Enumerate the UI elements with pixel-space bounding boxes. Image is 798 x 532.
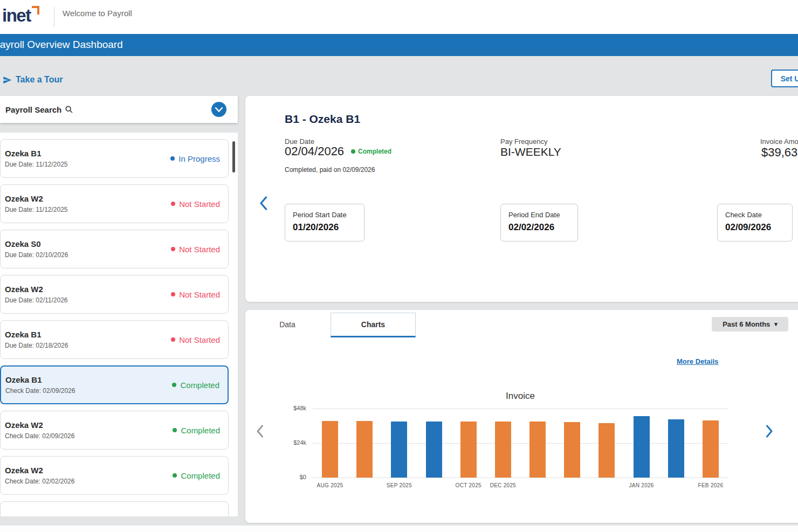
bar	[564, 422, 580, 478]
status-badge: In Progress	[170, 154, 220, 163]
payroll-date: Due Date: 02/10/2026	[5, 251, 68, 259]
y-axis-label: $24k	[272, 439, 306, 446]
pay-frequency-value: BI-WEEKLY	[500, 146, 561, 158]
paper-plane-icon	[3, 75, 12, 85]
list-item[interactable]: Ozeka W2Due Date: 11/12/2025Not Started	[0, 184, 229, 223]
bar	[668, 419, 684, 478]
status-dot-icon	[351, 149, 355, 154]
chart-title: Invoice	[313, 391, 728, 402]
list-item[interactable]: Ozeka B1Check Date: 02/09/2026Completed	[0, 365, 229, 404]
chevron-right-icon	[766, 425, 773, 438]
x-axis-label: JAN 2026	[617, 482, 666, 488]
payroll-date: Due Date: 11/12/2025	[5, 161, 68, 168]
x-axis: AUG 2025SEP 2025OCT 2025DEC 2025JAN 2026…	[313, 482, 728, 490]
chevron-left-icon	[256, 425, 264, 438]
date-range-label: Past 6 Months	[723, 320, 770, 328]
check-date-label: Check Date	[725, 211, 792, 219]
bar	[598, 423, 615, 478]
payroll-date: Due Date: 02/18/2026	[5, 342, 68, 349]
scrollbar-thumb[interactable]	[232, 141, 235, 172]
detail-title: B1 - Ozeka B1	[285, 113, 360, 126]
pay-frequency-label: Pay Frequency	[500, 137, 547, 146]
x-axis-label: FEB 2026	[686, 482, 735, 488]
payroll-name: Ozeka S0	[5, 516, 41, 517]
payroll-name: Ozeka W2	[5, 194, 68, 203]
divider	[54, 7, 54, 27]
bar-plot	[313, 409, 728, 478]
collapse-panel-button[interactable]	[211, 102, 226, 117]
list-item[interactable]: Ozeka W2Due Date: 02/11/2026Not Started	[0, 275, 229, 314]
bar	[391, 422, 407, 478]
take-a-tour-link[interactable]: Take a Tour	[3, 75, 63, 85]
take-a-tour-label: Take a Tour	[16, 75, 63, 85]
status-badge: Not Started	[171, 199, 220, 209]
list-item[interactable]: Ozeka S0Due Date: 02/10/2026Not Started	[0, 230, 229, 268]
status-dot-icon	[171, 202, 175, 206]
payroll-name: Ozeka W2	[5, 466, 74, 475]
y-axis-label: $0	[272, 474, 306, 480]
tab-charts[interactable]: Charts	[331, 313, 416, 337]
payroll-date: Due Date: 11/12/2025	[5, 206, 68, 213]
bar	[703, 420, 719, 478]
x-axis-label: SEP 2025	[375, 482, 423, 488]
invoice-amount-value: $39,63	[761, 146, 798, 160]
bar	[529, 422, 546, 478]
chevron-down-icon	[215, 107, 223, 112]
chart-previous-button[interactable]	[256, 425, 264, 440]
search-icon[interactable]	[65, 105, 73, 114]
tab-data[interactable]: Data	[271, 320, 304, 329]
bar	[322, 421, 338, 478]
period-start-date-value: 01/20/2026	[293, 222, 364, 233]
period-end-date-box: Period End Date 02/02/2026	[500, 204, 578, 241]
payroll-name: Ozeka B1	[5, 149, 68, 158]
caret-down-icon: ▾	[774, 321, 778, 328]
payroll-name: Ozeka W2	[5, 285, 68, 294]
page-header: Payroll Overview Dashboard	[0, 34, 798, 56]
status-badge: Completed	[351, 148, 391, 155]
gridline	[313, 409, 728, 409]
welcome-text: Welcome to Payroll	[63, 9, 132, 18]
page-title: Payroll Overview Dashboard	[0, 39, 123, 51]
app-logo: inet	[2, 5, 39, 26]
payroll-detail-panel: B1 - Ozeka B1 Due Date 02/04/2026 Comple…	[245, 96, 798, 302]
y-axis: $48k$24k$0	[272, 409, 306, 478]
bar	[460, 422, 477, 478]
status-badge: Completed	[172, 381, 219, 390]
payroll-date: Check Date: 02/09/2026	[5, 432, 74, 440]
status-badge: Not Started	[171, 290, 220, 299]
previous-payroll-button[interactable]	[259, 196, 267, 212]
payroll-search-header: Payroll Search	[0, 96, 238, 123]
set-up-button[interactable]: Set Up	[771, 70, 798, 87]
check-date-value: 02/09/2026	[725, 222, 792, 233]
period-start-date-label: Period Start Date	[293, 211, 364, 219]
payroll-date: Due Date: 02/11/2026	[5, 296, 68, 304]
chart-next-button[interactable]	[766, 425, 773, 440]
top-bar: inet Welcome to Payroll	[0, 0, 798, 34]
status-dot-icon	[172, 383, 176, 387]
more-details-link[interactable]: More Details	[677, 357, 718, 365]
status-badge: Completed	[173, 471, 220, 480]
status-badge: Not Started	[171, 335, 220, 344]
gridline	[313, 478, 728, 478]
list-item[interactable]: Ozeka S0	[0, 501, 229, 516]
status-dot-icon	[171, 247, 175, 251]
payroll-name: Ozeka S0	[5, 239, 68, 248]
status-dot-icon	[173, 473, 177, 478]
status-dot-icon	[170, 156, 175, 161]
list-item[interactable]: Ozeka W2Check Date: 02/09/2026Completed	[0, 411, 229, 450]
charts-panel: Data Charts Past 6 Months ▾ More Details…	[245, 310, 798, 523]
list-item[interactable]: Ozeka B1Due Date: 02/18/2026Not Started	[0, 320, 229, 359]
list-item[interactable]: Ozeka W2Check Date: 02/02/2026Completed	[0, 456, 229, 495]
payroll-name: Ozeka W2	[5, 420, 74, 430]
y-axis-label: $48k	[272, 405, 306, 411]
check-date-box: Check Date 02/09/2026	[717, 204, 793, 241]
status-dot-icon	[171, 337, 175, 342]
status-badge: Completed	[173, 426, 220, 435]
invoice-amount-label: Invoice Amount	[760, 137, 798, 146]
status-dot-icon	[173, 428, 177, 432]
x-axis-label: AUG 2025	[306, 482, 354, 488]
date-range-dropdown[interactable]: Past 6 Months ▾	[712, 317, 788, 331]
status-dot-icon	[171, 292, 175, 296]
list-item[interactable]: Ozeka B1Due Date: 11/12/2025In Progress	[0, 139, 229, 178]
payroll-list: Ozeka B1Due Date: 11/12/2025In ProgressO…	[0, 133, 238, 516]
